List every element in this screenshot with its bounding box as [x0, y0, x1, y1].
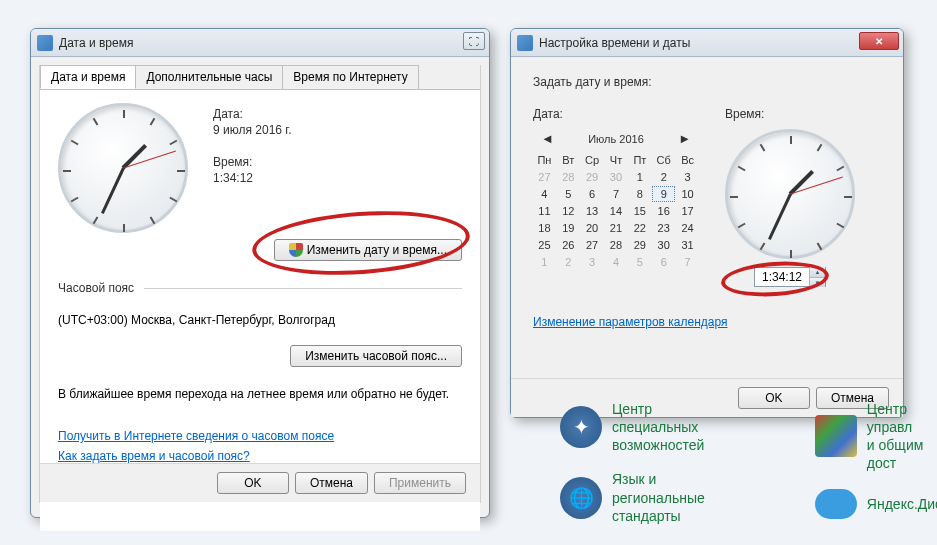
date-value: 9 июля 2016 г.	[213, 123, 462, 137]
calendar-day[interactable]: 6	[581, 186, 604, 202]
tab-additional-clocks[interactable]: Дополнительные часы	[135, 65, 283, 89]
titlebar[interactable]: Настройка времени и даты ✕	[511, 29, 903, 57]
calendar-day[interactable]: 2	[652, 169, 675, 185]
calendar-day[interactable]: 3	[581, 254, 604, 270]
flag-icon	[815, 415, 857, 457]
calendar-day[interactable]: 29	[628, 237, 651, 253]
calendar-day[interactable]: 17	[676, 203, 699, 219]
calendar-day[interactable]: 3	[676, 169, 699, 185]
calendar-day[interactable]: 28	[605, 237, 628, 253]
calendar-dow: Ср	[581, 152, 604, 168]
calendar-day[interactable]: 27	[581, 237, 604, 253]
dialog-buttons: OK Отмена Применить	[40, 463, 480, 502]
calendar-day[interactable]: 14	[605, 203, 628, 219]
calendar-day[interactable]: 16	[652, 203, 675, 219]
date-time-dialog: Дата и время ⛶ Дата и время Дополнительн…	[30, 28, 490, 518]
title-text: Дата и время	[59, 36, 133, 50]
date-column-label: Дата:	[533, 107, 699, 121]
help-button[interactable]: ⛶	[463, 32, 485, 50]
calendar-day[interactable]: 28	[557, 169, 580, 185]
spin-down-button[interactable]: ▼	[810, 277, 825, 287]
calendar-day[interactable]: 13	[581, 203, 604, 219]
calendar-day[interactable]: 29	[581, 169, 604, 185]
time-value: 1:34:12	[213, 171, 462, 185]
calendar-day[interactable]: 5	[628, 254, 651, 270]
timezone-label: Часовой пояс	[58, 281, 134, 295]
calendar-dow: Вс	[676, 152, 699, 168]
calendar-day[interactable]: 12	[557, 203, 580, 219]
minute-hand	[768, 193, 792, 240]
spin-up-button[interactable]: ▲	[810, 267, 825, 277]
calendar-dow: Сб	[652, 152, 675, 168]
calendar-day[interactable]: 30	[652, 237, 675, 253]
prev-month-button[interactable]: ◄	[537, 131, 558, 146]
calendar-day[interactable]: 30	[605, 169, 628, 185]
tab-date-time[interactable]: Дата и время	[40, 65, 136, 89]
control-panel-item[interactable]: Центр управл и общим дост	[815, 400, 937, 473]
calendar-day[interactable]: 23	[652, 220, 675, 236]
calendar-day[interactable]: 26	[557, 237, 580, 253]
calendar-dow: Чт	[605, 152, 628, 168]
time-label: Время:	[213, 155, 462, 169]
calendar-day[interactable]: 21	[605, 220, 628, 236]
calendar-day[interactable]: 5	[557, 186, 580, 202]
apply-button[interactable]: Применить	[374, 472, 466, 494]
time-column-label: Время:	[725, 107, 764, 121]
calendar-day[interactable]: 20	[581, 220, 604, 236]
calendar: ◄ Июль 2016 ► ПнВтСрЧтПтСбВс272829301234…	[533, 129, 699, 270]
next-month-button[interactable]: ►	[674, 131, 695, 146]
calendar-day[interactable]: 31	[676, 237, 699, 253]
timezone-value: (UTC+03:00) Москва, Санкт-Петербург, Вол…	[58, 313, 462, 327]
month-label[interactable]: Июль 2016	[588, 133, 644, 145]
cloud-icon	[815, 489, 857, 519]
calendar-day[interactable]: 6	[652, 254, 675, 270]
tab-internet-time[interactable]: Время по Интернету	[282, 65, 418, 89]
calendar-day[interactable]: 1	[533, 254, 556, 270]
calendar-day[interactable]: 22	[628, 220, 651, 236]
calendar-settings-link[interactable]: Изменение параметров календаря	[533, 315, 728, 329]
time-input[interactable]: ▲ ▼	[754, 267, 826, 287]
set-heading: Задать дату и время:	[533, 75, 881, 89]
calendar-dow: Пт	[628, 152, 651, 168]
divider	[144, 288, 462, 289]
calendar-day[interactable]: 4	[605, 254, 628, 270]
calendar-day[interactable]: 7	[676, 254, 699, 270]
change-date-time-button[interactable]: Изменить дату и время...	[274, 239, 462, 261]
calendar-day[interactable]: 2	[557, 254, 580, 270]
ok-button[interactable]: OK	[217, 472, 289, 494]
calendar-day[interactable]: 10	[676, 186, 699, 202]
calendar-day[interactable]: 19	[557, 220, 580, 236]
title-text: Настройка времени и даты	[539, 36, 690, 50]
control-panel-item[interactable]: 🌐 Язык и региональные стандарты	[560, 470, 705, 525]
howto-link[interactable]: Как задать время и часовой пояс?	[58, 449, 462, 463]
calendar-day[interactable]: 11	[533, 203, 556, 219]
calendar-day[interactable]: 8	[628, 186, 651, 202]
calendar-dow: Пн	[533, 152, 556, 168]
date-label: Дата:	[213, 107, 462, 121]
analog-clock	[725, 129, 855, 259]
clock-icon	[37, 35, 53, 51]
calendar-day[interactable]: 18	[533, 220, 556, 236]
calendar-day[interactable]: 4	[533, 186, 556, 202]
titlebar[interactable]: Дата и время ⛶	[31, 29, 489, 57]
cancel-button[interactable]: Отмена	[295, 472, 368, 494]
calendar-day[interactable]: 1	[628, 169, 651, 185]
calendar-day[interactable]: 25	[533, 237, 556, 253]
calendar-day[interactable]: 7	[605, 186, 628, 202]
control-panel-item[interactable]: ✦ Центр специальных возможностей	[560, 400, 705, 455]
dst-info: В ближайшее время перехода на летнее вре…	[58, 387, 462, 401]
minute-hand	[101, 167, 125, 214]
time-field[interactable]	[755, 268, 809, 286]
shield-icon	[289, 243, 303, 257]
control-panel-items: ✦ Центр специальных возможностей 🌐 Язык …	[560, 400, 927, 525]
calendar-day[interactable]: 27	[533, 169, 556, 185]
change-timezone-button[interactable]: Изменить часовой пояс...	[290, 345, 462, 367]
calendar-day[interactable]: 9	[652, 186, 675, 202]
set-date-time-dialog: Настройка времени и даты ✕ Задать дату и…	[510, 28, 904, 418]
calendar-day[interactable]: 24	[676, 220, 699, 236]
calendar-day[interactable]: 15	[628, 203, 651, 219]
close-button[interactable]: ✕	[859, 32, 899, 50]
calendar-dow: Вт	[557, 152, 580, 168]
control-panel-item[interactable]: Яндекс.Диск	[815, 489, 937, 519]
tz-info-link[interactable]: Получить в Интернете сведения о часовом …	[58, 429, 462, 443]
